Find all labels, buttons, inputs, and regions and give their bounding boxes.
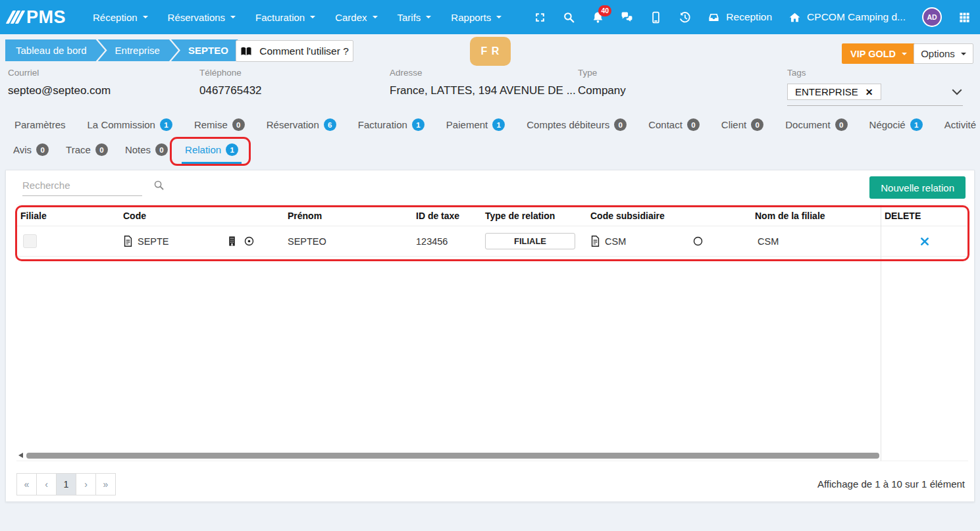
row-checkbox[interactable] [23,234,37,248]
column-header-type-de-relation: Type de relation [481,205,586,226]
tab-reservation[interactable]: Réservation6 [267,118,336,131]
tab-contact[interactable]: Contact0 [648,118,700,131]
field-type-label: Type [578,68,626,78]
cell-prenom: SEPTEO [284,226,412,256]
tab-activite[interactable]: Activité0 [944,118,980,131]
tab-trace[interactable]: Trace0 [66,143,108,156]
chevron-down-icon[interactable] [951,88,963,97]
vip-gold-button[interactable]: VIP GOLD [842,43,916,64]
breadcrumb: Tableau de bord Entreprise SEPTEO [5,39,247,61]
tab-relation[interactable]: Relation 1 [185,143,238,156]
relations-table: Filiale Code Prénom ID de taxe Type de r… [16,205,968,461]
breadcrumb-dashboard[interactable]: Tableau de bord [5,39,105,61]
field-type: Type Company [578,68,626,97]
tag-enterprise: ENTERPRISE ✕ [787,84,881,100]
tab-document[interactable]: Document0 [785,118,847,131]
inbox-icon [708,11,720,24]
breadcrumb-entreprise[interactable]: Entreprise [98,39,178,61]
circle-icon[interactable] [692,236,704,247]
tab-remise[interactable]: Remise0 [194,118,245,131]
apps-grid-icon[interactable] [958,11,971,24]
tab-count-badge: 6 [324,118,336,131]
tags-field: Tags ENTERPRISE ✕ [787,68,963,106]
caret-down-icon [230,16,236,18]
remove-tag-icon[interactable]: ✕ [865,87,873,97]
caret-down-icon [902,53,907,55]
caret-down-icon [310,16,315,18]
menu-reception[interactable]: Réception [83,6,158,29]
tab-parametres[interactable]: Paramètres [14,119,66,130]
search-icon[interactable] [563,11,575,24]
relation-panel: Nouvelle relation Filiale Code Prénom ID… [5,170,975,502]
search-icon[interactable] [153,180,165,191]
menu-reservations[interactable]: Réservations [158,6,246,29]
pagination-prev-button[interactable]: ‹ [36,473,57,495]
scrollbar-thumb[interactable] [26,453,879,459]
document-icon [123,236,133,247]
user-avatar[interactable]: AD [922,7,942,27]
caret-down-icon [143,16,148,18]
delete-icon[interactable] [920,237,929,246]
how-to-use-button[interactable]: Comment l'utiliser ? [236,40,353,62]
logo-text: PMS [26,7,66,28]
tab-avis[interactable]: Avis0 [13,143,49,156]
tab-negocie[interactable]: Négocié1 [869,118,923,131]
field-phone-label: Téléphone [199,68,262,78]
menu-tarifs[interactable]: Tarifs [388,6,442,29]
tab-count-badge: 1 [412,118,425,131]
menu-facturation[interactable]: Facturation [245,6,325,29]
notifications-bell-icon[interactable]: 40 [592,11,604,24]
tab-notes[interactable]: Notes0 [125,143,168,156]
cell-id-de-taxe: 123456 [412,226,481,256]
mobile-device-icon[interactable] [650,11,662,24]
cell-code: SEPTE [119,226,284,256]
notification-count-badge: 40 [598,5,611,16]
new-relation-button[interactable]: Nouvelle relation [869,176,966,199]
tab-count-badge: 0 [155,143,168,156]
fullscreen-icon[interactable] [534,11,546,24]
cell-filiale [16,226,119,256]
building-icon[interactable] [226,236,238,247]
pagination-next-button[interactable]: › [76,473,96,495]
chat-icon[interactable] [621,11,633,24]
results-summary: Affichage de 1 à 10 sur 1 élément [817,478,965,490]
pagination-last-button[interactable]: » [95,473,116,495]
book-icon [240,46,252,57]
menu-cardex[interactable]: Cardex [325,6,387,29]
tabs-row-2: Avis0 Trace0 Notes0 Relation 1 [13,143,238,156]
tab-count-badge: 1 [910,118,923,131]
target-icon[interactable] [244,236,255,247]
menu-rapports[interactable]: Rapports [441,6,511,29]
property-home-button[interactable]: CPCOM Camping d... [788,11,906,24]
active-tab-underline [182,162,242,164]
reception-inbox-button[interactable]: Reception [708,11,772,24]
field-email-value: septeo@septeo.com [8,84,111,97]
app-logo[interactable]: PMS [9,7,66,28]
column-header-delete: DELETE [881,205,968,226]
options-button[interactable]: Options [914,43,973,64]
tab-client[interactable]: Client0 [721,118,763,131]
history-icon[interactable] [679,11,691,24]
pagination-page-1[interactable]: 1 [56,473,76,495]
cell-nom-de-la-filiale: CSM [751,226,881,256]
search-input[interactable] [22,180,153,191]
navbar-right-tools: 40 Reception CPCOM Camping d... AD [534,7,971,27]
tab-count-badge: 0 [835,118,848,131]
relation-type-chip[interactable]: FILIALE [485,233,575,249]
horizontal-scrollbar[interactable] [17,452,881,459]
scroll-left-arrow-icon[interactable] [18,453,23,458]
tab-facturation[interactable]: Facturation1 [358,118,425,131]
pagination-first-button[interactable]: « [16,473,37,495]
document-icon [590,236,600,247]
language-badge[interactable]: F R [470,37,511,66]
column-header-code: Code [119,205,284,226]
tab-comptes-debiteurs[interactable]: Comptes débiteurs0 [527,118,627,131]
caret-down-icon [961,53,966,55]
tags-select[interactable]: ENTERPRISE ✕ [787,84,963,106]
tab-paiement[interactable]: Paiement1 [446,118,505,131]
table-header-row: Filiale Code Prénom ID de taxe Type de r… [16,205,968,226]
caret-down-icon [496,16,502,18]
tab-la-commission[interactable]: La Commission1 [88,118,172,131]
tags-label: Tags [787,68,963,78]
cell-type-de-relation: FILIALE [481,226,586,256]
